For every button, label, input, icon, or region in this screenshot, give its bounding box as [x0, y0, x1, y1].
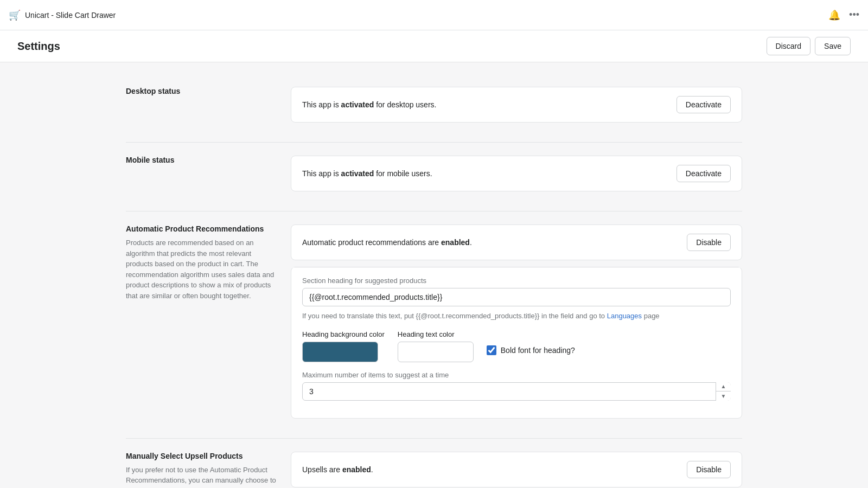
- top-bar: 🛒 Unicart - Slide Cart Drawer 🔔 •••: [0, 0, 868, 30]
- upsell-status-pre: Upsells are: [302, 465, 342, 474]
- discard-button[interactable]: Discard: [767, 37, 810, 55]
- content-wrapper: Desktop status This app is activated for…: [108, 61, 760, 488]
- bold-group: Bold font for heading?: [487, 345, 575, 355]
- auto-rec-card-col: Automatic product recommendations are en…: [291, 224, 742, 425]
- languages-link[interactable]: Languages: [607, 312, 642, 320]
- color-section: Heading background color Heading text co…: [302, 330, 731, 362]
- desktop-status-post: for desktop users.: [374, 100, 436, 109]
- desktop-status-label-col: Desktop status: [126, 87, 278, 100]
- auto-rec-description: Products are recommended based on an alg…: [126, 237, 278, 301]
- number-spinners: ▲ ▼: [716, 382, 731, 401]
- bold-label: Bold font for heading?: [501, 346, 575, 355]
- mobile-status-label: Mobile status: [126, 156, 278, 164]
- desktop-status-text: This app is activated for desktop users.: [302, 100, 436, 109]
- header-actions: Discard Save: [767, 37, 851, 55]
- upsell-status-row: Upsells are enabled. Disable: [291, 452, 742, 487]
- page-header: Settings Discard Save: [0, 30, 868, 62]
- auto-rec-label: Automatic Product Recommendations: [126, 224, 278, 233]
- upsell-label: Manually Select Upsell Products: [126, 452, 278, 460]
- auto-rec-status-text: Automatic product recommendations are en…: [302, 238, 472, 247]
- max-items-label: Maximum number of items to suggest at a …: [302, 371, 731, 379]
- upsell-card-col: Upsells are enabled. Disable Setup Upsel…: [291, 452, 742, 489]
- max-items-group: Maximum number of items to suggest at a …: [302, 371, 731, 401]
- heading-text-color-label: Heading text color: [398, 330, 474, 338]
- section-heading-group: Section heading for suggested products I…: [302, 277, 731, 322]
- auto-rec-label-col: Automatic Product Recommendations Produc…: [126, 224, 278, 301]
- desktop-status-row: Desktop status This app is activated for…: [108, 74, 760, 142]
- heading-bg-color-swatch[interactable]: [302, 342, 378, 362]
- hint-post-text: page: [642, 312, 660, 320]
- mobile-status-card-row: This app is activated for mobile users. …: [291, 156, 742, 191]
- auto-rec-config-card: Section heading for suggested products I…: [291, 267, 742, 419]
- auto-rec-status-value: enabled: [441, 238, 470, 247]
- desktop-status-card-col: This app is activated for desktop users.…: [291, 87, 742, 129]
- upsell-description: If you prefer not to use the Automatic P…: [126, 465, 278, 489]
- auto-rec-status-pre: Automatic product recommendations are: [302, 238, 441, 247]
- heading-text-color-group: Heading text color: [398, 330, 474, 362]
- bell-icon[interactable]: 🔔: [828, 9, 840, 21]
- upsell-status-text: Upsells are enabled.: [302, 465, 373, 474]
- upsell-row: Manually Select Upsell Products If you p…: [108, 439, 760, 489]
- desktop-status-card: This app is activated for desktop users.…: [291, 87, 742, 123]
- heading-bg-color-group: Heading background color: [302, 330, 385, 362]
- heading-text-color-swatch[interactable]: [398, 342, 474, 362]
- app-name: Unicart - Slide Cart Drawer: [25, 11, 116, 20]
- mobile-status-card-col: This app is activated for mobile users. …: [291, 156, 742, 198]
- auto-rec-status-row: Automatic product recommendations are en…: [291, 225, 742, 260]
- top-bar-right: 🔔 •••: [828, 9, 859, 21]
- page-title: Settings: [17, 40, 60, 53]
- more-options-icon[interactable]: •••: [849, 9, 859, 21]
- upsell-status-value: enabled: [342, 465, 371, 474]
- upsell-disable-button[interactable]: Disable: [687, 461, 731, 478]
- max-items-input[interactable]: [302, 382, 731, 401]
- mobile-status-row: Mobile status This app is activated for …: [108, 143, 760, 211]
- max-items-input-wrap: ▲ ▼: [302, 382, 731, 401]
- upsell-status-post: .: [371, 465, 373, 474]
- upsell-status-card: Upsells are enabled. Disable: [291, 452, 742, 487]
- bold-checkbox[interactable]: [487, 345, 496, 355]
- auto-rec-disable-button[interactable]: Disable: [687, 234, 731, 251]
- spinner-down-button[interactable]: ▼: [716, 391, 731, 401]
- desktop-status-label: Desktop status: [126, 87, 278, 95]
- section-heading-label: Section heading for suggested products: [302, 277, 731, 285]
- save-button[interactable]: Save: [815, 37, 851, 55]
- hint-pre-text: If you need to translate this text, put …: [302, 312, 607, 320]
- desktop-deactivate-button[interactable]: Deactivate: [676, 96, 731, 113]
- spinner-up-button[interactable]: ▲: [716, 382, 731, 392]
- auto-rec-row: Automatic Product Recommendations Produc…: [108, 211, 760, 438]
- mobile-status-value: activated: [341, 169, 374, 178]
- mobile-status-label-col: Mobile status: [126, 156, 278, 169]
- cart-icon: 🛒: [9, 9, 21, 21]
- desktop-status-card-row: This app is activated for desktop users.…: [291, 87, 742, 122]
- mobile-deactivate-button[interactable]: Deactivate: [676, 165, 731, 182]
- desktop-status-value: activated: [341, 100, 374, 109]
- auto-rec-config-inner: Section heading for suggested products I…: [291, 267, 742, 418]
- desktop-status-pre: This app is: [302, 100, 341, 109]
- mobile-status-pre: This app is: [302, 169, 341, 178]
- auto-rec-status-card: Automatic product recommendations are en…: [291, 224, 742, 260]
- mobile-status-card: This app is activated for mobile users. …: [291, 156, 742, 191]
- auto-rec-status-post: .: [470, 238, 472, 247]
- mobile-status-post: for mobile users.: [374, 169, 432, 178]
- heading-bg-color-label: Heading background color: [302, 330, 385, 338]
- section-heading-input[interactable]: [302, 288, 731, 306]
- upsell-label-col: Manually Select Upsell Products If you p…: [126, 452, 278, 489]
- app-logo: 🛒 Unicart - Slide Cart Drawer: [9, 9, 116, 21]
- section-heading-hint: If you need to translate this text, put …: [302, 311, 731, 322]
- mobile-status-text: This app is activated for mobile users.: [302, 169, 432, 178]
